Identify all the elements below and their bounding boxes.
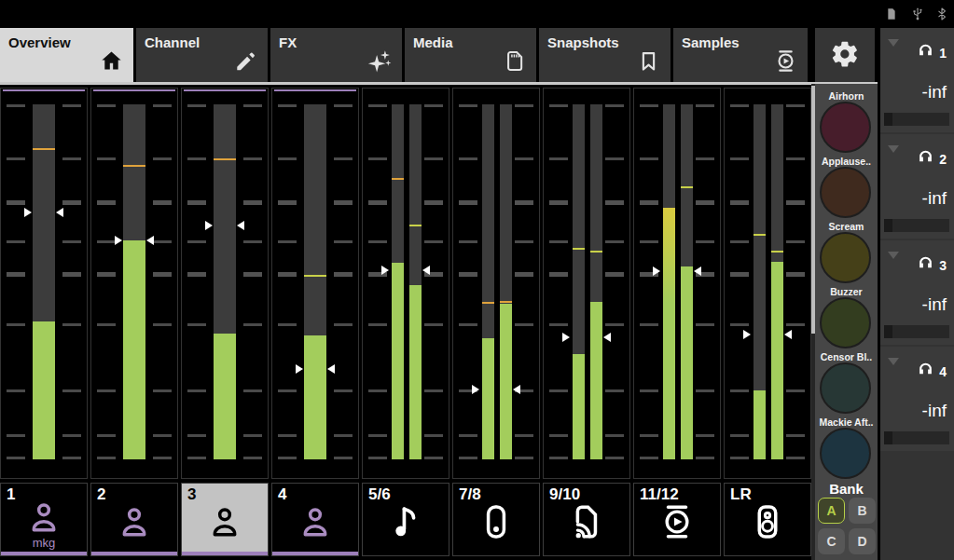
sample-pad-scream[interactable] <box>820 232 871 283</box>
fader-arrow-right[interactable] <box>422 266 430 275</box>
phones-meter <box>884 325 949 338</box>
sparkles-icon <box>367 48 393 74</box>
headphones-icon-wrap <box>916 253 935 277</box>
fader-arrow-left[interactable] <box>296 364 303 374</box>
channel-tab-5-6[interactable]: 5/6 <box>362 483 449 556</box>
channel-accent-line <box>3 89 85 91</box>
meter-tick <box>515 434 533 437</box>
meter-channel-11-12[interactable] <box>633 88 721 479</box>
bank-button-b[interactable]: B <box>849 498 876 524</box>
sample-pad-mackieaft[interactable] <box>820 428 871 479</box>
channel-tab-LR[interactable]: LR <box>724 483 811 556</box>
meter-channel-7-8[interactable] <box>452 88 540 479</box>
bank-button-a[interactable]: A <box>818 498 845 524</box>
bank-label: Bank <box>815 481 878 497</box>
expand-triangle-icon[interactable] <box>888 145 899 153</box>
sample-pad-applause[interactable] <box>820 167 871 218</box>
meter-tick <box>243 200 262 205</box>
settings-button[interactable] <box>815 28 875 83</box>
phones-output-3[interactable]: 3-inf <box>880 240 954 345</box>
bluetooth-icon <box>934 7 949 21</box>
headphones-icon <box>916 360 935 379</box>
fader-arrow-left[interactable] <box>562 333 570 342</box>
channel-tab-9-10[interactable]: 9/10 <box>543 483 630 556</box>
meter-level <box>663 208 675 459</box>
meter-channel-2[interactable] <box>90 88 178 479</box>
bank-button-c[interactable]: C <box>818 528 845 554</box>
headphones-icon-wrap <box>916 41 935 64</box>
meter-tick <box>187 240 206 243</box>
sample-pad-buzzer[interactable] <box>820 297 871 348</box>
bank-button-d[interactable]: D <box>849 528 876 554</box>
fader-arrow-right[interactable] <box>784 330 792 339</box>
phones-output-2[interactable]: 2-inf <box>880 134 954 239</box>
phones-meter <box>884 219 949 232</box>
meter-channel-9-10[interactable] <box>543 88 630 479</box>
fader-arrow-left[interactable] <box>743 330 751 339</box>
meter-tick <box>7 104 25 107</box>
sample-pad-airhorn[interactable] <box>820 102 871 153</box>
fader-arrow-right[interactable] <box>56 208 63 217</box>
headphones-icon-wrap <box>916 360 935 383</box>
tab-snapshots[interactable]: Snapshots <box>539 28 671 83</box>
meter-channel-5-6[interactable] <box>362 88 449 479</box>
meter-tick <box>62 434 81 437</box>
meter-tick <box>243 157 262 160</box>
bookmark-icon <box>636 48 661 74</box>
meter-channel-1[interactable] <box>0 88 88 479</box>
meter-tick <box>368 323 387 326</box>
status-bar <box>0 0 954 28</box>
meter-tick <box>730 457 749 459</box>
channel-tab-3[interactable]: 3 <box>181 483 269 556</box>
meter-channel-3[interactable] <box>181 88 269 479</box>
meter-tick <box>153 200 172 205</box>
expand-triangle-icon[interactable] <box>888 39 899 47</box>
expand-triangle-icon[interactable] <box>888 252 899 259</box>
person-icon-wrap <box>272 495 358 548</box>
meter-tick <box>334 272 353 277</box>
meter-peak-marker <box>392 178 404 180</box>
meter-tick <box>605 457 624 459</box>
channel-tab-4[interactable]: 4 <box>271 483 359 556</box>
fader-arrow-right[interactable] <box>603 333 611 342</box>
fader-arrow-left[interactable] <box>472 385 479 394</box>
channel-accent-line <box>184 89 266 91</box>
fader-arrow-left[interactable] <box>381 266 389 275</box>
meter-tick <box>549 157 568 160</box>
fader-arrow-right[interactable] <box>513 385 520 394</box>
channel-tab-7-8[interactable]: 7/8 <box>452 483 540 556</box>
status-usb <box>910 7 925 25</box>
meter-tick <box>153 272 172 277</box>
phones-output-4[interactable]: 4-inf <box>880 347 954 451</box>
meter-tick <box>368 240 387 243</box>
channel-tab-11-12[interactable]: 11/12 <box>633 483 721 556</box>
fader-arrow-left[interactable] <box>653 266 660 276</box>
fader-arrow-right[interactable] <box>237 221 244 230</box>
expand-triangle-icon[interactable] <box>888 358 899 365</box>
meter-tick <box>786 272 805 277</box>
phones-output-1[interactable]: 1-inf <box>880 28 954 132</box>
fader-arrow-right[interactable] <box>327 364 335 374</box>
fader-arrow-left[interactable] <box>205 221 213 230</box>
tab-media[interactable]: Media <box>405 28 536 83</box>
meter-tick <box>7 157 25 160</box>
sample-pad-censorbl[interactable] <box>820 362 871 414</box>
fader-arrow-right[interactable] <box>694 266 701 276</box>
meter-tick <box>243 389 262 392</box>
channel-tab-2[interactable]: 2 <box>90 483 178 556</box>
meter-channel-LR[interactable] <box>724 88 811 479</box>
fader-arrow-right[interactable] <box>146 236 154 245</box>
meter-tick <box>278 104 297 107</box>
meter-tick <box>696 434 714 437</box>
meter-channel-4[interactable] <box>271 88 359 479</box>
tab-samples[interactable]: Samples <box>673 28 808 83</box>
tab-channel[interactable]: Channel <box>136 28 268 83</box>
channel-tab-1[interactable]: 1mkg <box>0 483 88 556</box>
phones-number: 2 <box>939 152 947 167</box>
fader-arrow-left[interactable] <box>115 236 122 245</box>
phones-panel: 1-inf2-inf3-inf4-inf <box>880 28 954 560</box>
tab-overview[interactable]: Overview <box>0 28 133 83</box>
meter-tick <box>549 323 568 326</box>
fader-arrow-left[interactable] <box>24 208 32 217</box>
tab-fx[interactable]: FX <box>270 28 402 83</box>
